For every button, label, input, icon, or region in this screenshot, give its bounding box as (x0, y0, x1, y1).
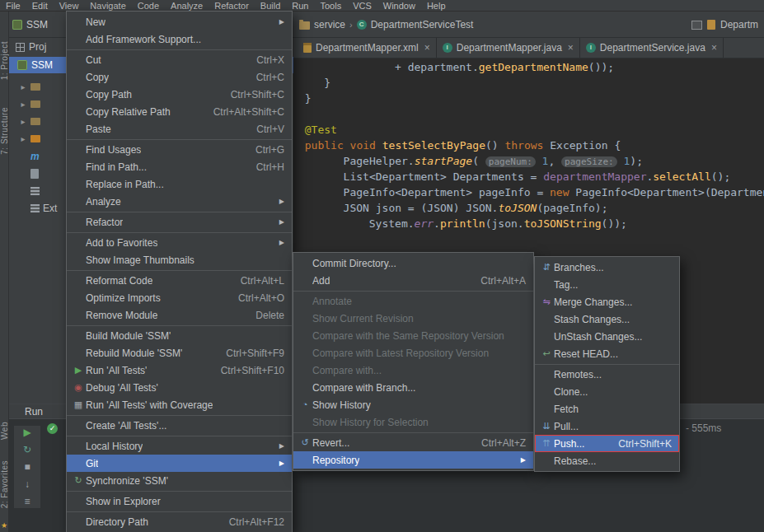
menubar-item-help[interactable]: Help (421, 0, 452, 12)
down-icon[interactable]: ↓ (25, 479, 30, 489)
menu-item-push[interactable]: ⇈Push...Ctrl+Shift+K (535, 435, 679, 452)
menubar-item-navigate[interactable]: Navigate (84, 0, 131, 12)
menu-item-copy-relative-path[interactable]: Copy Relative PathCtrl+Alt+Shift+C (67, 103, 292, 120)
menubar-item-analyze[interactable]: Analyze (165, 0, 209, 12)
chevron-right-icon: › (349, 20, 353, 30)
tab-departmentmapper-xml[interactable]: DepartmentMapper.xml× (298, 38, 437, 58)
menubar-item-code[interactable]: Code (132, 0, 165, 12)
tests-passed-icon: ✓ (47, 423, 58, 434)
menu-item-create-all-tests[interactable]: Create 'All Tests'... (67, 417, 292, 434)
menubar-item-window[interactable]: Window (377, 0, 421, 12)
favorites-star-icon[interactable]: ★ (1, 521, 7, 530)
menu-item-show-image-thumbnails[interactable]: Show Image Thumbnails (67, 251, 292, 268)
menu-item-build-module-ssm[interactable]: Build Module 'SSM' (67, 327, 292, 344)
menu-item-pull[interactable]: ⇊Pull... (535, 418, 679, 435)
menu-item-synchronize-ssm[interactable]: ↻Synchronize 'SSM' (67, 472, 292, 489)
menu-item-run-all-tests[interactable]: ▶Run 'All Tests'Ctrl+Shift+F10 (67, 362, 292, 379)
menubar-item-file[interactable]: File (0, 0, 26, 12)
run-tab[interactable]: Run (25, 406, 43, 418)
menu-item-show-in-explorer[interactable]: Show in Explorer (67, 492, 292, 510)
expand-arrow-icon[interactable]: ▸ (19, 100, 27, 109)
menu-item-analyze[interactable]: Analyze▶ (67, 193, 292, 210)
project-view-icon[interactable] (16, 43, 25, 52)
menu-item-stash-changes[interactable]: Stash Changes... (535, 310, 679, 328)
menu-item-directory-path[interactable]: Directory PathCtrl+Alt+F12 (67, 513, 292, 530)
right-file-label[interactable]: Departm (720, 19, 758, 30)
merge-icon: ⇋ (539, 297, 554, 306)
close-icon[interactable]: × (711, 42, 717, 54)
menu-item-label: Show History for Selection (312, 417, 429, 428)
menu-item-branches[interactable]: ⇵Branches... (535, 259, 679, 276)
menu-item-label: Reset HEAD... (554, 348, 618, 360)
menu-item-tag[interactable]: Tag... (535, 276, 679, 293)
tool-button-web[interactable]: Web (0, 422, 9, 440)
submenu-arrow-icon: ▶ (279, 18, 284, 26)
menu-item-add-framework-support[interactable]: Add Framework Support... (67, 30, 292, 48)
menu-item-label: Stash Changes... (554, 314, 630, 325)
menu-item-git[interactable]: Git▶ (67, 455, 292, 472)
menu-item-add-to-favorites[interactable]: Add to Favorites▶ (67, 234, 292, 251)
pull-icon: ⇊ (539, 422, 554, 431)
tool-button-project[interactable]: 1: Project (0, 41, 9, 80)
menu-item-run-all-tests-with-coverage[interactable]: ▦Run 'All Tests' with Coverage (67, 396, 292, 413)
menu-item-clone[interactable]: Clone... (535, 383, 679, 400)
rerun-icon[interactable]: ↻ (23, 445, 31, 455)
tab-departmentservice-java[interactable]: IDepartmentService.java× (580, 38, 724, 58)
menu-item-repository[interactable]: Repository▶ (293, 451, 533, 469)
menu-item-rebase[interactable]: Rebase... (535, 452, 679, 469)
menu-item-compare-with-branch[interactable]: Compare with Branch... (293, 379, 533, 396)
close-icon[interactable]: × (568, 42, 574, 54)
menu-item-rebuild-module-ssm[interactable]: Rebuild Module 'SSM'Ctrl+Shift+F9 (67, 344, 292, 362)
menubar-item-edit[interactable]: Edit (26, 0, 54, 12)
stop-icon[interactable]: ■ (24, 462, 30, 472)
menu-item-copy[interactable]: CopyCtrl+C (67, 68, 292, 86)
menubar-item-tools[interactable]: Tools (314, 0, 347, 12)
menu-item-cut[interactable]: CutCtrl+X (67, 51, 292, 68)
menu-item-reset-head[interactable]: ↩Reset HEAD... (535, 345, 679, 362)
expand-arrow-icon[interactable]: ▸ (19, 82, 27, 91)
menu-item-refactor[interactable]: Refactor▶ (67, 213, 292, 231)
play-icon[interactable]: ▶ (23, 427, 30, 437)
tool-button-structure[interactable]: 7: Structure (0, 107, 9, 155)
menubar-item-build[interactable]: Build (255, 0, 286, 12)
menu-item-commit-directory[interactable]: Commit Directory... (293, 254, 533, 272)
menu-item-remove-module[interactable]: Remove ModuleDelete (67, 306, 292, 324)
menu-item-paste[interactable]: PasteCtrl+V (67, 120, 292, 138)
close-icon[interactable]: × (424, 42, 430, 54)
expand-arrow-icon[interactable]: ▸ (19, 134, 27, 143)
menu-item-add[interactable]: AddCtrl+Alt+A (293, 272, 533, 289)
menu-item-local-history[interactable]: Local History▶ (67, 437, 292, 455)
tool-window-icon[interactable] (691, 21, 702, 30)
menubar-item-refactor[interactable]: Refactor (209, 0, 255, 12)
menubar-item-run[interactable]: Run (286, 0, 314, 12)
breadcrumb-class[interactable]: DepartmentServiceTest (371, 19, 474, 30)
code-line: public void testSelectByPage() throws Ex… (298, 138, 764, 153)
tab-departmentmapper-java[interactable]: IDepartmentMapper.java× (437, 38, 580, 58)
file-icon (30, 169, 39, 179)
menu-item-revert[interactable]: ↺Revert...Ctrl+Alt+Z (293, 434, 533, 451)
menubar-item-vcs[interactable]: VCS (347, 0, 377, 12)
menu-item-replace-in-path[interactable]: Replace in Path... (67, 175, 292, 193)
menu-item-debug-all-tests[interactable]: ◉Debug 'All Tests' (67, 379, 292, 396)
menu-item-optimize-imports[interactable]: Optimize ImportsCtrl+Alt+O (67, 289, 292, 306)
menu-item-copy-path[interactable]: Copy PathCtrl+Shift+C (67, 86, 292, 103)
menubar-item-view[interactable]: View (54, 0, 85, 12)
menu-item-find-usages[interactable]: Find UsagesCtrl+G (67, 141, 292, 158)
menu-item-new[interactable]: New▶ (67, 13, 292, 30)
menu-item-unstash-changes[interactable]: UnStash Changes... (535, 328, 679, 345)
menu-item-reformat-code[interactable]: Reformat CodeCtrl+Alt+L (67, 272, 292, 289)
breadcrumb-module[interactable]: SSM (12, 19, 48, 30)
project-panel-title[interactable]: Proj (29, 41, 46, 53)
menu-item-find-in-path[interactable]: Find in Path...Ctrl+H (67, 158, 292, 175)
menu-item-merge-changes[interactable]: ⇋Merge Changes... (535, 293, 679, 310)
tool-button-favorites[interactable]: 2: Favorites (0, 460, 9, 508)
menu-item-remotes[interactable]: Remotes... (535, 366, 679, 383)
breadcrumb-package[interactable]: service (314, 19, 345, 30)
push-icon: ⇈ (539, 439, 554, 448)
code-line: System.err.println(json.toJSONString()); (298, 216, 764, 231)
menu-item-fetch[interactable]: Fetch (535, 400, 679, 418)
menu-item-show-history[interactable]: ◔Show History (293, 396, 533, 413)
expand-arrow-icon[interactable]: ▸ (19, 117, 27, 126)
list-icon[interactable]: ≡ (24, 497, 30, 506)
menu-item-label: Show in Explorer (86, 496, 161, 507)
